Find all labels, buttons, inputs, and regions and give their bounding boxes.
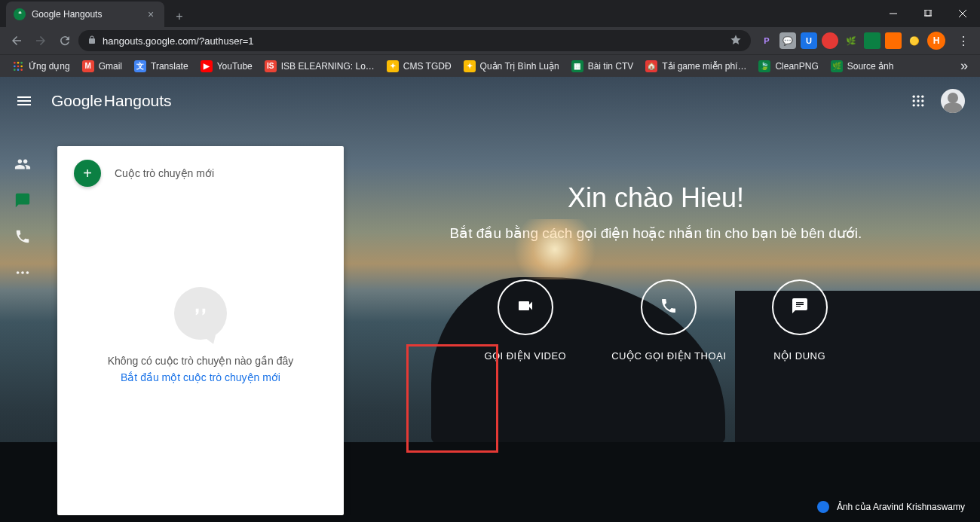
message-icon: [791, 297, 809, 318]
svg-point-17: [913, 99, 915, 102]
new-conversation-row[interactable]: + Cuộc trò chuyện mới: [57, 146, 344, 200]
svg-point-24: [21, 271, 24, 274]
page-content: Google Hangouts + Cuộc trò chuyện mới Kh…: [0, 77, 980, 522]
extension-icon[interactable]: [864, 32, 880, 49]
video-call-button[interactable]: GỌI ĐIỆN VIDEO: [484, 279, 566, 362]
bookmark-gmail[interactable]: MGmail: [78, 57, 127, 75]
bookmark-label: CMS TGDĐ: [403, 61, 452, 72]
quantri-icon: ✦: [464, 60, 476, 72]
bookmark-translate[interactable]: 文Translate: [130, 57, 193, 75]
more-tab[interactable]: [14, 264, 32, 282]
logo-hangouts: Hangouts: [104, 92, 172, 110]
greeting-text: Xin chào Hieu!: [362, 182, 950, 214]
main-menu-button[interactable]: [15, 92, 33, 110]
left-rail: [0, 125, 45, 282]
bookmark-quantri[interactable]: ✦Quản Trị Bình Luận: [459, 57, 564, 75]
phone-call-button[interactable]: CUỘC GỌI ĐIỆN THOẠI: [611, 279, 726, 362]
svg-point-22: [921, 104, 923, 106]
bookmark-source[interactable]: 🌿Source ảnh: [826, 57, 899, 75]
new-conversation-button[interactable]: +: [74, 160, 101, 187]
bookmark-label: Source ảnh: [847, 61, 894, 72]
extension-p-icon[interactable]: P: [758, 32, 775, 49]
bookmark-label: ISB ELEARNING: Lo…: [281, 61, 375, 72]
taigame-icon: 🏠: [645, 60, 657, 72]
quote-bubble-icon: [174, 287, 227, 340]
conversations-tab[interactable]: [14, 191, 32, 209]
extension-icon[interactable]: 💬: [779, 32, 796, 49]
bookmark-star-icon[interactable]: [730, 34, 742, 48]
extension-icon[interactable]: U: [801, 32, 817, 49]
bookmark-baitin[interactable]: ▦Bài tin CTV: [567, 57, 639, 75]
svg-point-25: [26, 271, 29, 274]
start-conversation-link[interactable]: Bắt đầu một cuộc trò chuyện mới: [121, 371, 280, 383]
hangouts-favicon: ❝: [14, 8, 26, 20]
svg-point-5: [14, 62, 16, 64]
action-buttons: GỌI ĐIỆN VIDEO CUỘC GỌI ĐIỆN THOẠI NỘI D…: [362, 279, 950, 362]
bookmark-isb[interactable]: ISISB ELEARNING: Lo…: [260, 57, 379, 75]
lock-icon: [87, 35, 96, 47]
credit-dot-icon: [817, 501, 829, 513]
app-header: Google Hangouts: [0, 77, 980, 125]
bookmarks-bar: Ứng dụng MGmail 文Translate ▶YouTube ISIS…: [0, 54, 980, 77]
extension-icon[interactable]: [885, 32, 902, 49]
bookmark-cms[interactable]: ✦CMS TGDĐ: [382, 57, 456, 75]
account-avatar[interactable]: [941, 89, 965, 113]
phone-icon: [660, 297, 678, 318]
svg-point-19: [921, 99, 923, 102]
cms-icon: ✦: [387, 60, 399, 72]
hero-section: Xin chào Hieu! Bắt đầu bằng cách gọi điệ…: [362, 182, 950, 362]
reload-button[interactable]: [54, 30, 75, 51]
svg-point-6: [17, 62, 20, 64]
calls-tab[interactable]: [14, 227, 32, 246]
video-icon: [516, 297, 534, 318]
svg-point-20: [913, 104, 915, 106]
photo-credit[interactable]: Ảnh của Aravind Krishnaswamy: [817, 501, 965, 513]
svg-point-21: [917, 104, 919, 106]
bookmark-cleanpng[interactable]: 🍃CleanPNG: [754, 57, 822, 75]
svg-point-18: [917, 99, 919, 102]
bookmark-youtube[interactable]: ▶YouTube: [196, 57, 257, 75]
svg-point-13: [20, 69, 23, 71]
bookmarks-overflow-button[interactable]: »: [956, 55, 972, 77]
bookmark-taigame[interactable]: 🏠Tải game miễn phí…: [641, 57, 751, 75]
bookmark-label: CleanPNG: [775, 61, 818, 72]
google-apps-button[interactable]: [911, 93, 926, 108]
extension-icons: P 💬 U 🌿 🟡 H: [754, 32, 950, 50]
phone-call-label: CUỘC GỌI ĐIỆN THOẠI: [611, 350, 726, 362]
bookmark-label: Ứng dụng: [29, 61, 70, 72]
extension-icon[interactable]: [822, 32, 838, 49]
empty-message: Không có cuộc trò chuyện nào gần đây: [108, 355, 293, 367]
svg-point-8: [14, 65, 16, 67]
extension-icon[interactable]: 🟡: [906, 32, 923, 49]
back-button[interactable]: [6, 30, 27, 51]
close-tab-icon[interactable]: ×: [145, 8, 157, 20]
browser-menu-button[interactable]: ⋮: [953, 30, 974, 51]
close-window-button[interactable]: [945, 0, 980, 27]
browser-tab[interactable]: ❝ Google Hangouts ×: [6, 2, 164, 27]
window-controls: [876, 0, 980, 27]
forward-button[interactable]: [30, 30, 51, 51]
apps-icon: [12, 60, 24, 72]
svg-point-14: [913, 96, 915, 98]
url-bar[interactable]: hangouts.google.com/?authuser=1: [78, 30, 751, 51]
app-logo: Google Hangouts: [51, 92, 172, 110]
empty-state: Không có cuộc trò chuyện nào gần đây Bắt…: [57, 200, 344, 515]
extension-icon[interactable]: 🌿: [843, 32, 859, 49]
minimize-button[interactable]: [876, 0, 911, 27]
subtitle-text: Bắt đầu bằng cách gọi điện hoặc nhắn tin…: [362, 224, 950, 242]
baitin-icon: ▦: [571, 60, 583, 72]
svg-point-11: [14, 69, 16, 71]
bookmark-label: Gmail: [99, 61, 122, 72]
bookmark-label: YouTube: [217, 61, 253, 72]
isb-icon: IS: [265, 60, 277, 72]
contacts-tab[interactable]: [14, 155, 32, 173]
maximize-button[interactable]: [911, 0, 945, 27]
new-tab-button[interactable]: +: [169, 6, 190, 27]
profile-badge[interactable]: H: [927, 32, 945, 50]
svg-point-10: [20, 65, 23, 67]
browser-titlebar: ❝ Google Hangouts × +: [0, 0, 980, 27]
svg-point-7: [20, 62, 23, 64]
bookmark-apps[interactable]: Ứng dụng: [8, 57, 75, 75]
svg-point-23: [17, 271, 20, 274]
message-button[interactable]: NỘI DUNG: [772, 279, 828, 362]
